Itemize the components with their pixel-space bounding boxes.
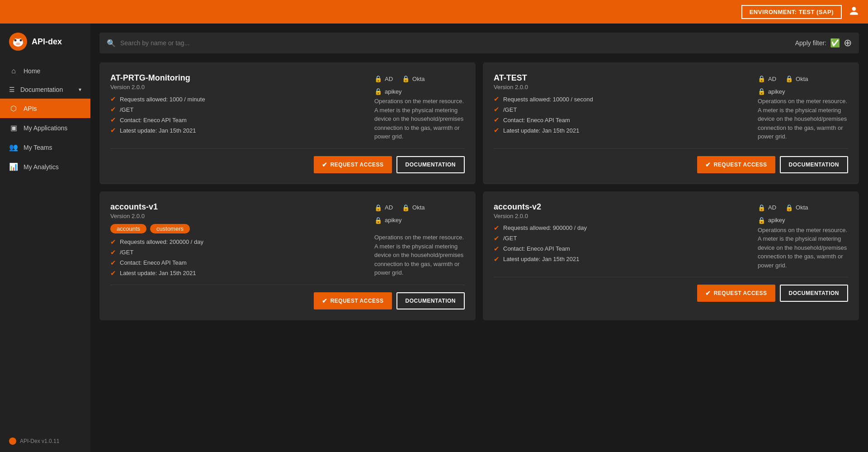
sidebar-item-home-label: Home <box>24 67 40 75</box>
sidebar-item-apis[interactable]: ⬡ APIs <box>0 99 90 118</box>
svg-point-9 <box>21 37 24 40</box>
card-version: Version 2.0.0 <box>494 213 747 219</box>
search-input[interactable] <box>120 39 791 47</box>
card-version: Version 2.0.0 <box>110 84 363 90</box>
info-row: ✔ /GET <box>110 248 363 257</box>
card-version: Version 2.0.0 <box>494 84 747 90</box>
card-actions: ✔ REQUEST ACCESS DOCUMENTATION <box>110 156 465 173</box>
lock-icon: 🔒 <box>374 217 382 224</box>
request-access-button[interactable]: ✔ REQUEST ACCESS <box>314 292 392 309</box>
documentation-icon: ☰ <box>9 86 15 93</box>
card-right: 🔒 AD 🔒 Okta 🔒 apikey Operations on the m… <box>758 73 848 141</box>
info-text: Requests allowed: 900000 / day <box>503 224 587 231</box>
card-actions: ✔ REQUEST ACCESS DOCUMENTATION <box>494 285 848 302</box>
check-icon: ✔ <box>494 234 500 243</box>
check-icon: ✔ <box>494 105 500 114</box>
documentation-button[interactable]: DOCUMENTATION <box>780 156 848 173</box>
info-row: ✔ Latest update: Jan 15th 2021 <box>494 255 747 263</box>
info-row: ✔ Latest update: Jan 15th 2021 <box>110 126 363 134</box>
documentation-button[interactable]: DOCUMENTATION <box>396 292 465 309</box>
auth-badge-okta: 🔒 Okta <box>785 204 808 211</box>
info-row: ✔ Requests allowed: 900000 / day <box>494 224 747 232</box>
documentation-button[interactable]: DOCUMENTATION <box>780 285 848 302</box>
info-text: /GET <box>120 106 133 113</box>
card-inner: accounts-v2 Version 2.0.0 ✔ Requests all… <box>494 202 848 270</box>
sidebar-item-documentation[interactable]: ☰ Documentation ▾ <box>0 81 90 99</box>
info-row: ✔ Contact: Eneco API Team <box>110 116 363 124</box>
api-card-card-at-test: AT-TEST Version 2.0.0 ✔ Requests allowed… <box>483 62 859 184</box>
info-text: Latest update: Jan 15th 2021 <box>120 127 196 134</box>
auth-badge-apikey: 🔒 apikey <box>374 88 465 95</box>
auth-label-apikey: apikey <box>768 217 785 224</box>
info-text: Latest update: Jan 15th 2021 <box>503 256 579 262</box>
auth-label-apikey: apikey <box>385 88 402 95</box>
lock-icon: 🔒 <box>785 75 793 82</box>
sidebar: API-dex ⌂ Home ☰ Documentation ▾ ⬡ APIs … <box>0 24 90 452</box>
auth-badge-apikey: 🔒 apikey <box>758 217 848 224</box>
check-icon: ✔ <box>110 259 116 267</box>
auth-row-top: 🔒 AD 🔒 Okta <box>374 204 465 211</box>
info-text: Requests allowed: 1000 / minute <box>120 96 205 103</box>
card-version: Version 2.0.0 <box>110 213 363 219</box>
lock-icon: 🔒 <box>758 217 765 224</box>
auth-label-okta: Okta <box>796 204 808 211</box>
auth-row-top: 🔒 AD 🔒 Okta <box>374 75 465 82</box>
card-title: AT-TEST <box>494 73 747 83</box>
info-row: ✔ /GET <box>494 105 747 114</box>
tag-customers[interactable]: customers <box>150 224 190 233</box>
info-text: Latest update: Jan 15th 2021 <box>503 127 579 134</box>
documentation-button[interactable]: DOCUMENTATION <box>396 156 465 173</box>
card-description: Operations on the meter resource. A mete… <box>758 95 848 141</box>
lock-icon: 🔒 <box>785 204 793 211</box>
info-text: Contact: Eneco API Team <box>120 259 187 266</box>
filter-add-icon[interactable]: ⊕ <box>844 37 852 49</box>
card-inner: accounts-v1 Version 2.0.0 accountscustom… <box>110 202 465 277</box>
filter-label: Apply filter: <box>795 39 826 47</box>
environment-button[interactable]: ENVIRONMENT: TEST (SAP) <box>741 5 842 19</box>
main-layout: API-dex ⌂ Home ☰ Documentation ▾ ⬡ APIs … <box>0 24 868 452</box>
card-description: Operations on the meter resource. A mete… <box>374 231 465 277</box>
auth-badges: 🔒 AD 🔒 Okta 🔒 apikey <box>374 73 465 95</box>
info-text: /GET <box>503 106 517 113</box>
auth-badge-ad: 🔒 AD <box>374 204 393 211</box>
card-info: ✔ Requests allowed: 1000 / minute ✔ /GET… <box>110 95 363 134</box>
sidebar-item-my-applications[interactable]: ▣ My Applications <box>0 118 90 138</box>
tag-accounts[interactable]: accounts <box>110 224 146 233</box>
request-access-button[interactable]: ✔ REQUEST ACCESS <box>697 156 775 173</box>
info-row: ✔ Latest update: Jan 15th 2021 <box>110 269 363 277</box>
svg-point-10 <box>9 438 16 445</box>
api-icon: ⬡ <box>9 104 18 113</box>
auth-row-top: 🔒 AD 🔒 Okta <box>758 75 848 82</box>
sidebar-item-my-teams[interactable]: 👥 My Teams <box>0 138 90 157</box>
logo-text: API-dex <box>32 37 62 47</box>
card-left: accounts-v2 Version 2.0.0 ✔ Requests all… <box>494 202 747 270</box>
svg-point-7 <box>17 36 19 39</box>
info-row: ✔ /GET <box>494 234 747 243</box>
info-text: Latest update: Jan 15th 2021 <box>120 270 196 276</box>
card-info: ✔ Requests allowed: 900000 / day ✔ /GET … <box>494 224 747 263</box>
sidebar-item-my-analytics-label: My Analytics <box>24 163 59 171</box>
auth-label-okta: Okta <box>796 76 808 82</box>
request-access-button[interactable]: ✔ REQUEST ACCESS <box>697 285 775 302</box>
sidebar-item-home[interactable]: ⌂ Home <box>0 62 90 81</box>
lock-icon: 🔒 <box>758 88 765 95</box>
card-title: accounts-v1 <box>110 202 363 212</box>
card-title: accounts-v2 <box>494 202 747 212</box>
check-icon: ✔ <box>494 126 500 134</box>
card-inner: AT-PRTG-Monitoring Version 2.0.0 ✔ Reque… <box>110 73 465 141</box>
card-left: accounts-v1 Version 2.0.0 accountscustom… <box>110 202 363 277</box>
check-icon: ✔ <box>494 245 500 253</box>
filter-check-icon[interactable]: ✅ <box>830 38 840 48</box>
auth-label-ad: AD <box>385 76 393 82</box>
request-access-button[interactable]: ✔ REQUEST ACCESS <box>314 156 392 173</box>
sidebar-bottom: API-Dex v1.0.11 <box>0 430 90 452</box>
info-row: ✔ Contact: Eneco API Team <box>494 245 747 253</box>
sidebar-item-my-analytics[interactable]: 📊 My Analytics <box>0 157 90 176</box>
auth-badge-okta: 🔒 Okta <box>402 75 425 82</box>
info-text: Contact: Eneco API Team <box>120 117 187 124</box>
check-icon: ✔ <box>110 105 116 114</box>
card-right: 🔒 AD 🔒 Okta 🔒 apikey Operations on the m… <box>758 202 848 270</box>
info-text: Requests allowed: 200000 / day <box>120 238 203 245</box>
card-info: ✔ Requests allowed: 200000 / day ✔ /GET … <box>110 238 363 277</box>
user-icon-button[interactable] <box>849 6 859 18</box>
